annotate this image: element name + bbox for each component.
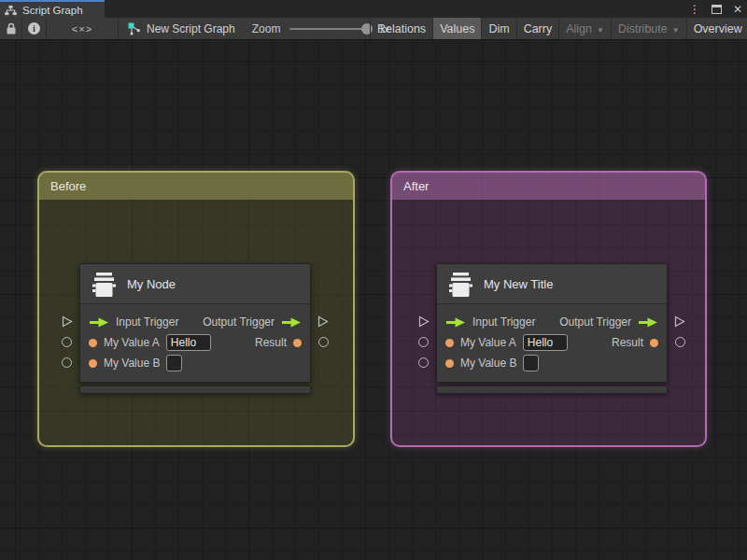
flow-out-arrow-icon[interactable] [638, 317, 658, 328]
zoom-slider[interactable] [289, 28, 370, 30]
graph-canvas[interactable]: Before After [0, 40, 747, 560]
port-label: My Value B [104, 357, 160, 370]
value-port-circle-icon[interactable] [62, 357, 72, 368]
align-button[interactable]: Align ▼ [559, 18, 612, 40]
flow-port-triangle-icon[interactable] [317, 315, 329, 328]
value-b-input[interactable] [166, 355, 182, 371]
node-main: My Node Input Trigger Output Trigger [79, 263, 311, 383]
group-after-header[interactable]: After [392, 173, 705, 200]
view-buttons: Relations Values Dim Carry Align ▼ Distr… [370, 18, 747, 40]
relations-button[interactable]: Relations [371, 18, 433, 40]
graph-title: New Script Graph [147, 22, 235, 35]
group-title: After [403, 179, 429, 193]
node-title: My New Title [484, 277, 553, 291]
port-label: My Value A [104, 336, 160, 349]
info-button[interactable]: i [22, 18, 47, 39]
script-graph-icon [128, 22, 141, 35]
value-port-dot[interactable] [293, 339, 302, 347]
port-row-trigger: Input Trigger Output Trigger [80, 312, 310, 332]
unit-node-after[interactable]: My New Title Input Trigger Output Trigge [436, 263, 668, 394]
value-port-dot[interactable] [89, 359, 97, 368]
flow-port-triangle-icon[interactable] [418, 315, 430, 328]
port-row-value-b: My Value B [80, 353, 310, 373]
value-a-input[interactable] [523, 334, 568, 351]
value-port-circle-icon[interactable] [675, 337, 685, 347]
carry-button[interactable]: Carry [517, 18, 560, 40]
hierarchy-icon [5, 5, 17, 16]
port-label: Input Trigger [116, 315, 178, 329]
flow-port-triangle-icon[interactable] [62, 315, 73, 328]
port-label: My Value A [460, 336, 516, 349]
group-title: Before [50, 179, 86, 193]
port-row-value-a: My Value A Result [80, 332, 310, 353]
overview-button[interactable]: Overview [687, 18, 747, 40]
node-body: Input Trigger Output Trigger [437, 304, 667, 382]
value-b-input[interactable] [523, 355, 539, 371]
info-icon: i [28, 22, 40, 35]
node-header[interactable]: My Node [80, 264, 310, 304]
value-port-dot[interactable] [445, 339, 454, 347]
close-icon[interactable]: ✕ [733, 4, 742, 15]
port-row-trigger: Input Trigger Output Trigger [437, 312, 667, 332]
node-main: My New Title Input Trigger Output Trigge [436, 263, 668, 383]
code-toggle-button[interactable]: <×> [47, 18, 119, 39]
code-toggle-icon: <×> [72, 23, 92, 35]
node-body: Input Trigger Output Trigger [80, 304, 310, 382]
chevron-down-icon: ▼ [672, 26, 680, 35]
graph-toolbar: i <×> New Script Graph Zoom 1x Relations… [0, 18, 747, 40]
value-port-circle-icon[interactable] [418, 337, 429, 347]
values-button[interactable]: Values [433, 18, 482, 40]
value-port-dot[interactable] [89, 339, 97, 347]
maximize-icon[interactable] [712, 5, 722, 14]
node-title: My Node [127, 277, 176, 291]
port-row-value-b: My Value B [437, 353, 667, 373]
value-port-circle-icon[interactable] [62, 337, 72, 347]
port-label: Output Trigger [203, 315, 275, 329]
flow-port-triangle-icon[interactable] [674, 315, 685, 328]
port-label: My Value B [460, 357, 516, 370]
port-label: Result [612, 336, 643, 349]
value-port-dot[interactable] [445, 359, 454, 368]
unit-node-before[interactable]: My Node Input Trigger Output Trigger [79, 263, 311, 394]
flow-in-arrow-icon[interactable] [89, 317, 109, 328]
distribute-button[interactable]: Distribute ▼ [612, 18, 687, 40]
window-controls: ⋮ ✕ [689, 0, 742, 18]
group-before-header[interactable]: Before [39, 173, 353, 200]
node-footer [79, 385, 311, 394]
tab-script-graph[interactable]: Script Graph [0, 0, 105, 18]
port-label: Input Trigger [472, 315, 535, 329]
lock-icon [6, 22, 17, 35]
zoom-label: Zoom [252, 22, 281, 35]
lock-button[interactable] [0, 18, 22, 39]
port-label: Output Trigger [559, 315, 631, 329]
zoom-control: Zoom 1x [252, 18, 389, 39]
port-row-value-a: My Value A Result [437, 332, 667, 353]
tab-bar: Script Graph ⋮ ✕ [0, 0, 747, 18]
menu-dots-icon[interactable]: ⋮ [689, 4, 700, 15]
node-footer [436, 385, 668, 394]
value-port-circle-icon[interactable] [318, 337, 329, 347]
flow-out-arrow-icon[interactable] [281, 317, 302, 328]
unit-icon [92, 271, 117, 298]
value-port-circle-icon[interactable] [418, 357, 429, 368]
unit-icon [448, 271, 473, 298]
port-label: Result [255, 336, 287, 349]
value-a-input[interactable] [166, 334, 211, 351]
script-graph-window: Script Graph ⋮ ✕ i <×> [0, 0, 747, 560]
chevron-down-icon: ▼ [597, 26, 604, 35]
flow-in-arrow-icon[interactable] [445, 317, 466, 328]
node-header[interactable]: My New Title [437, 264, 667, 304]
dim-button[interactable]: Dim [482, 18, 516, 40]
value-port-dot[interactable] [650, 339, 658, 347]
tab-title: Script Graph [22, 5, 83, 16]
graph-name: New Script Graph [119, 18, 245, 39]
